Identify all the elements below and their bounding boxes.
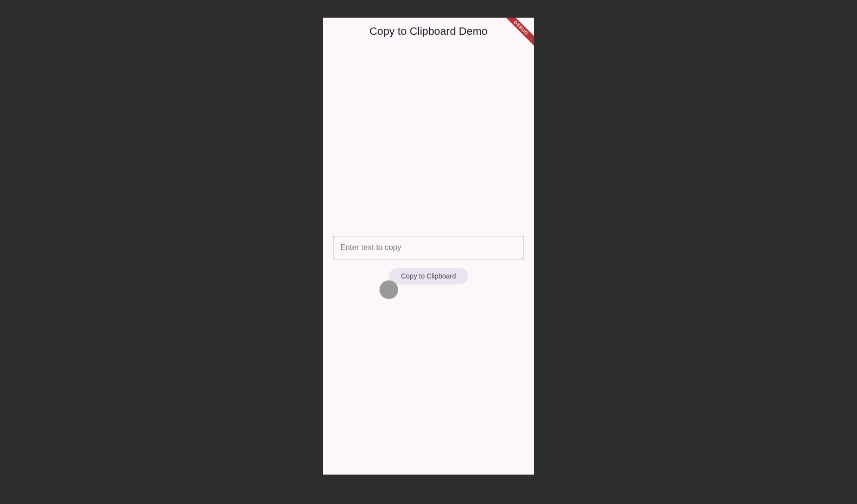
touch-indicator-icon bbox=[379, 280, 398, 299]
body-content: Copy to Clipboard bbox=[323, 45, 534, 475]
copy-to-clipboard-button[interactable]: Copy to Clipboard bbox=[389, 268, 468, 284]
app-container: Copy to Clipboard Demo DEBUG Copy to Cli… bbox=[323, 18, 534, 475]
text-to-copy-input[interactable] bbox=[333, 236, 524, 259]
app-title: Copy to Clipboard Demo bbox=[370, 25, 488, 38]
app-bar: Copy to Clipboard Demo bbox=[323, 18, 534, 45]
